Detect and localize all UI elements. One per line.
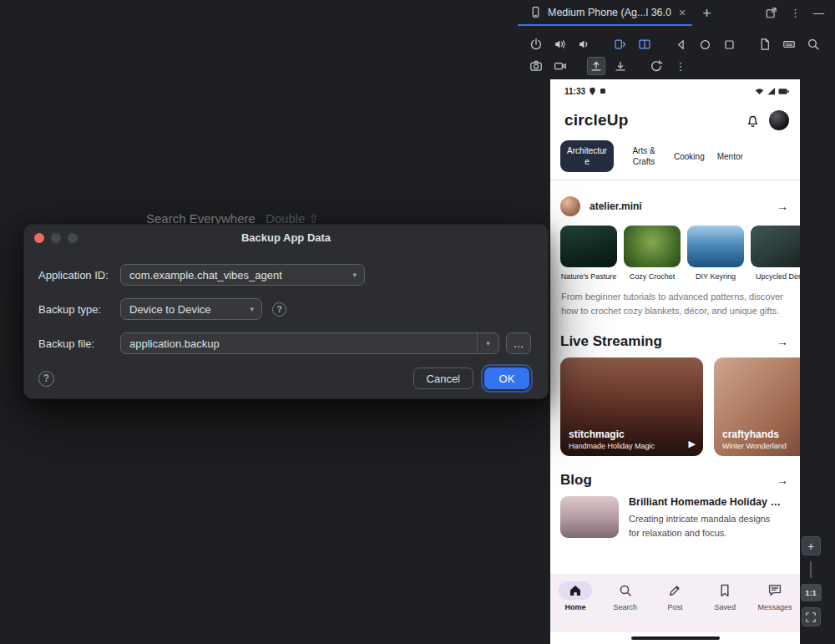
- nav-item-post[interactable]: Post: [650, 574, 701, 632]
- status-right: [755, 87, 789, 95]
- nav-item-messages[interactable]: Messages: [750, 574, 800, 632]
- minimize-window-button[interactable]: [51, 233, 61, 243]
- nav-label: Saved: [715, 603, 736, 611]
- kebab-icon: ⋮: [676, 61, 686, 72]
- tab-mentor[interactable]: Mentor: [717, 151, 743, 162]
- device-screen[interactable]: 11:33 circleUp Architecture: [550, 79, 800, 644]
- android-back-button[interactable]: [671, 35, 690, 53]
- project-cards-row: Nature's Pasture Cozy Crochet DIY Keyrin…: [560, 226, 800, 281]
- tab-cooking[interactable]: Cooking: [674, 151, 705, 162]
- creator-row[interactable]: atelier.mini →: [560, 196, 788, 216]
- project-card-image[interactable]: [624, 226, 681, 267]
- zoom-in-button[interactable]: +: [802, 536, 821, 555]
- power-button[interactable]: [527, 35, 545, 53]
- arrow-right-icon[interactable]: →: [777, 474, 788, 487]
- fit-to-window-button[interactable]: [802, 607, 821, 626]
- virtual-keyboard-button[interactable]: [780, 35, 798, 53]
- more-options-button[interactable]: ⋮: [671, 57, 690, 75]
- device-tab-medium-phone[interactable]: Medium Phone (Ag...l 36.0 ×: [518, 0, 692, 26]
- blog-post-card[interactable]: Brilliant Homemade Holiday … Creating in…: [560, 496, 790, 540]
- zoom-mode-button[interactable]: [804, 35, 822, 53]
- backup-file-label: Backup file:: [38, 337, 120, 350]
- creator-avatar[interactable]: [560, 196, 580, 216]
- fold-device-button[interactable]: [611, 35, 630, 53]
- project-card[interactable]: Cozy Crochet: [624, 226, 681, 281]
- gesture-handle[interactable]: [631, 636, 720, 640]
- chevron-down-icon: ▾: [250, 306, 254, 313]
- volume-up-icon: [554, 38, 567, 51]
- android-home-button[interactable]: [696, 35, 714, 53]
- volume-up-button[interactable]: [551, 35, 569, 53]
- chat-icon: [767, 583, 782, 598]
- unfold-device-button[interactable]: [635, 35, 654, 53]
- tab-arts-crafts[interactable]: Arts & Crafts: [626, 145, 661, 167]
- android-overview-button[interactable]: [720, 35, 738, 53]
- backup-type-label: Backup type:: [38, 303, 120, 316]
- screenshot-page-button[interactable]: [756, 35, 774, 53]
- signal-icon: [767, 87, 776, 95]
- volume-down-button[interactable]: [575, 35, 594, 53]
- bell-icon[interactable]: [746, 114, 760, 128]
- reset-icon: [650, 59, 663, 73]
- zoom-ratio-badge[interactable]: 1:1: [801, 584, 822, 601]
- backup-file-combobox[interactable]: ▾: [120, 332, 499, 354]
- project-card[interactable]: Upcycled Den: [751, 226, 800, 281]
- power-icon: [529, 38, 543, 51]
- panel-menu-icon[interactable]: ⋮: [790, 8, 801, 18]
- push-file-button[interactable]: [587, 57, 605, 75]
- nav-item-saved[interactable]: Saved: [700, 574, 750, 632]
- live-stream-card[interactable]: stitchmagic Handmade Holiday Magic ▶: [560, 357, 703, 456]
- play-icon[interactable]: ▶: [689, 439, 696, 449]
- backup-file-dropdown-button[interactable]: ▾: [477, 333, 498, 353]
- live-streaming-title: Live Streaming: [560, 333, 662, 350]
- arrow-right-icon[interactable]: →: [777, 200, 788, 213]
- project-card-image[interactable]: [751, 226, 800, 267]
- live-stream-card[interactable]: craftyhands Winter Wonderland: [714, 357, 800, 456]
- browse-file-button[interactable]: …: [506, 332, 531, 354]
- project-card-image[interactable]: [560, 226, 617, 267]
- blog-post-body: Creating intricate mandala designs for r…: [629, 512, 783, 540]
- arrow-right-icon[interactable]: →: [777, 335, 788, 348]
- ide-root: Search EverywhereDouble ⇧ Medium Phone (…: [0, 0, 835, 644]
- backup-type-help-button[interactable]: ?: [272, 302, 286, 317]
- close-tab-icon[interactable]: ×: [679, 7, 686, 18]
- location-icon: [589, 87, 596, 96]
- project-card-image[interactable]: [687, 226, 744, 267]
- project-card[interactable]: DIY Keyring: [687, 226, 744, 281]
- camera-icon: [529, 59, 543, 73]
- device-phone-icon: [529, 6, 542, 18]
- fold-open-icon: [638, 38, 651, 51]
- reset-device-button[interactable]: [647, 57, 665, 75]
- nav-pill: [758, 581, 792, 600]
- backup-type-select[interactable]: Device to Device ▾: [120, 298, 262, 320]
- screen-record-button[interactable]: [551, 57, 569, 75]
- nav-item-search[interactable]: Search: [600, 574, 650, 632]
- zoom-window-button[interactable]: [68, 233, 78, 243]
- chevron-down-icon: ▾: [486, 340, 490, 347]
- ok-button[interactable]: OK: [484, 368, 529, 389]
- close-window-button[interactable]: [34, 233, 44, 243]
- take-screenshot-button[interactable]: [527, 57, 545, 75]
- project-card-label: Upcycled Den: [751, 272, 800, 281]
- tab-architecture[interactable]: Architecture: [560, 140, 614, 172]
- backup-file-input[interactable]: [121, 333, 477, 353]
- hide-panel-icon[interactable]: —: [813, 8, 824, 18]
- zoom-slider[interactable]: [810, 561, 812, 578]
- volume-down-icon: [578, 38, 591, 51]
- app-title: circleUp: [564, 111, 629, 129]
- open-in-new-window-icon[interactable]: [765, 7, 777, 19]
- cancel-button[interactable]: Cancel: [413, 368, 473, 389]
- notification-dot-icon: [600, 88, 606, 94]
- nav-pill: [609, 581, 642, 600]
- blog-post-image[interactable]: [560, 496, 619, 538]
- nav-item-home[interactable]: Home: [550, 574, 600, 632]
- profile-avatar[interactable]: [769, 110, 789, 130]
- project-card[interactable]: Nature's Pasture: [560, 226, 617, 281]
- new-device-tab-button[interactable]: +: [702, 6, 711, 21]
- live-streams-row: stitchmagic Handmade Holiday Magic ▶ cra…: [560, 357, 800, 456]
- status-left: 11:33: [564, 87, 606, 96]
- save-file-button[interactable]: [611, 57, 630, 75]
- live-streaming-header: Live Streaming →: [560, 333, 788, 350]
- dialog-help-button[interactable]: ?: [38, 371, 54, 387]
- application-id-select[interactable]: com.example.chat_vibes_agent ▾: [120, 264, 365, 286]
